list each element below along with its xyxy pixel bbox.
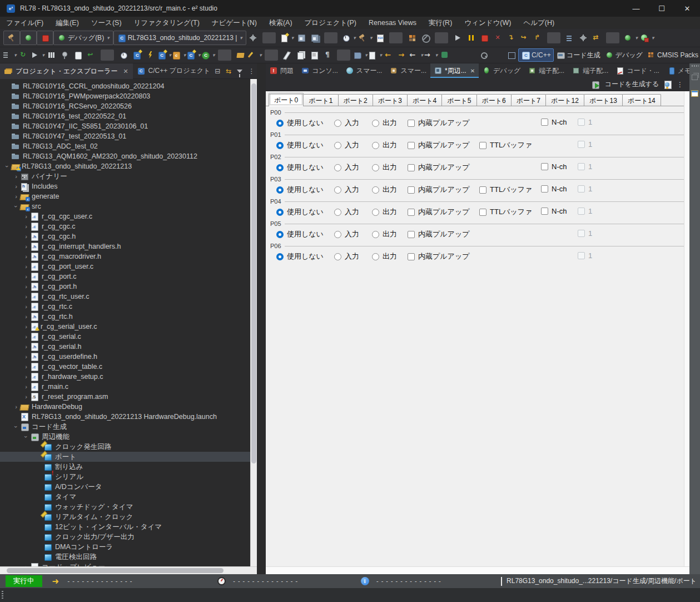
build-all-dropdown[interactable]: ▾: [357, 31, 374, 45]
new-c-file-dropdown[interactable]: ▾: [157, 48, 171, 62]
link-editor-icon[interactable]: ⇆: [226, 67, 231, 75]
view-menu-icon[interactable]: ⋮: [677, 81, 684, 88]
sep[interactable]: ▾: [218, 50, 231, 61]
tree-item[interactable]: src: [0, 201, 250, 211]
step-return-icon[interactable]: ▾: [531, 31, 544, 45]
sep[interactable]: ▾: [101, 50, 114, 61]
new-c-source-icon[interactable]: ▾: [130, 48, 143, 62]
checkbox-nch[interactable]: N-ch: [541, 185, 567, 193]
chevron-icon[interactable]: [22, 243, 30, 250]
chevron-icon[interactable]: [22, 323, 30, 330]
maximize-button[interactable]: ☐: [649, 0, 674, 17]
build-icon[interactable]: ▾: [3, 31, 20, 45]
tree-item[interactable]: RL78G13_ADC_test_02: [0, 141, 250, 151]
view-tab[interactable]: 問題 ✕: [266, 63, 297, 78]
sep[interactable]: ▾: [324, 32, 337, 43]
sep[interactable]: ▾: [606, 32, 619, 43]
editor-area-icon[interactable]: [691, 90, 698, 97]
step-over-icon[interactable]: ▾: [518, 31, 531, 45]
reset-swap-icon[interactable]: ▾: [590, 31, 603, 45]
perspective-cmsis[interactable]: CMSIS Packs▾: [645, 48, 700, 62]
chevron-icon[interactable]: [22, 353, 30, 360]
radio-input[interactable]: 入力: [334, 207, 359, 217]
save-icon[interactable]: ▾: [295, 31, 308, 45]
chevron-icon[interactable]: [22, 343, 30, 350]
chevron-icon[interactable]: [12, 403, 20, 410]
chevron-icon[interactable]: [22, 283, 30, 290]
tree-item[interactable]: バイナリー: [0, 171, 250, 181]
scrollbar-thumb[interactable]: [251, 83, 256, 463]
radio-unused[interactable]: 使用しない: [276, 251, 324, 261]
tree-item[interactable]: r_reset_program.asm: [0, 392, 250, 402]
tree-horizontal-scrollbar[interactable]: [0, 566, 257, 574]
checkbox-ttl-buffer[interactable]: TTLバッファ: [479, 185, 532, 195]
annotation-dropdown[interactable]: ▾: [368, 48, 382, 62]
tree-item[interactable]: r_main.c: [0, 382, 250, 392]
perspective-codegen[interactable]: コード生成▾: [554, 48, 602, 62]
radio-output[interactable]: 出力: [372, 140, 397, 150]
tree-item[interactable]: ポート: [0, 452, 250, 462]
radio-output[interactable]: 出力: [372, 207, 397, 217]
instruction-stepping-icon[interactable]: ▾: [563, 31, 577, 45]
tree-item[interactable]: 12ビット・インターバル・タイマ: [0, 522, 250, 532]
sep[interactable]: ▾: [389, 32, 403, 43]
pencil-dropdown[interactable]: ▾: [247, 48, 262, 62]
tree-item[interactable]: r_cg_rtc.h: [0, 312, 250, 322]
checkbox-nch[interactable]: N-ch: [541, 118, 567, 126]
port-tab[interactable]: ポート7: [511, 94, 546, 106]
chevron-icon[interactable]: [12, 193, 20, 200]
report-icon[interactable]: [663, 80, 672, 89]
radio-input[interactable]: 入力: [334, 229, 359, 239]
menu-item[interactable]: ファイル(F): [0, 17, 49, 29]
forward-yellow-icon[interactable]: ▾: [395, 48, 409, 62]
port-tab[interactable]: ポート6: [476, 94, 512, 106]
port-tab[interactable]: ポート0: [269, 93, 304, 106]
outline-doc-icon[interactable]: ▾: [307, 48, 321, 62]
tab-close-icon[interactable]: ✕: [123, 68, 128, 75]
tree-item[interactable]: タイマ: [0, 492, 250, 502]
tab-cpp-projects[interactable]: C/C++ プロジェクト: [133, 63, 215, 79]
new-c-class-dropdown[interactable]: ▾: [171, 48, 186, 62]
save-all-icon[interactable]: ▾: [308, 31, 321, 45]
checkbox-ttl-buffer[interactable]: TTLバッファ: [479, 140, 532, 150]
port-tab[interactable]: ポート3: [373, 94, 408, 106]
menu-item[interactable]: 検索(A): [263, 17, 299, 29]
tree-item[interactable]: RL78G10Y47_test_20220513_01: [0, 131, 250, 141]
show-whitespace-icon[interactable]: ▾: [321, 48, 334, 62]
radio-unused[interactable]: 使用しない: [276, 118, 324, 128]
port-tab[interactable]: ポート4: [407, 94, 442, 106]
tree-item[interactable]: A/Dコンバータ: [0, 482, 250, 492]
back-dropdown[interactable]: ▾: [409, 48, 423, 62]
checkbox-pullup[interactable]: 内蔵プルアップ: [408, 229, 470, 239]
tree-item[interactable]: r_cg_serial_user.c: [0, 322, 250, 332]
suspend-icon[interactable]: ▾: [464, 31, 478, 45]
menu-item[interactable]: 実行(R): [423, 17, 458, 29]
radio-output[interactable]: 出力: [372, 251, 397, 261]
tree-item[interactable]: コード生成: [0, 422, 250, 432]
perspective-cpp[interactable]: C/C++▾: [518, 48, 554, 62]
search-icon[interactable]: ▾: [477, 48, 490, 62]
content-horizontal-scrollbar[interactable]: [266, 566, 689, 574]
tree-item[interactable]: r_cg_cgc.h: [0, 231, 250, 241]
tree-item[interactable]: r_cg_rtc.c: [0, 302, 250, 312]
radio-input[interactable]: 入力: [334, 251, 359, 261]
view-tab[interactable]: コード・... ✕: [612, 63, 663, 78]
stopwatch-icon[interactable]: ▾: [117, 48, 130, 62]
open-folder-icon[interactable]: ▾: [234, 48, 247, 62]
tree-item[interactable]: RL78G10Y47_IIC_S5851_20230106_01: [0, 121, 250, 131]
tree-item[interactable]: r_cg_serial.c: [0, 332, 250, 342]
tree-item[interactable]: generate: [0, 191, 250, 201]
radio-input[interactable]: 入力: [334, 140, 359, 150]
tree-item[interactable]: RL78G10Y16_RCServo_20220526: [0, 101, 250, 111]
tree-item[interactable]: DMAコントローラ: [0, 542, 250, 552]
profiler-icon[interactable]: ▾: [58, 48, 71, 62]
radio-input[interactable]: 入力: [334, 162, 359, 172]
radio-output[interactable]: 出力: [372, 118, 397, 128]
tree-item[interactable]: r_cg_cgc.c: [0, 221, 250, 231]
new-wizard-dropdown[interactable]: ▾: [279, 31, 295, 45]
menu-item[interactable]: プロジェクト(P): [299, 17, 363, 29]
chevron-icon[interactable]: [22, 223, 30, 230]
radio-unused[interactable]: 使用しない: [276, 140, 324, 150]
tree-item[interactable]: r_cg_vector_table.c: [0, 362, 250, 372]
port-tab[interactable]: ポート13: [584, 94, 623, 106]
